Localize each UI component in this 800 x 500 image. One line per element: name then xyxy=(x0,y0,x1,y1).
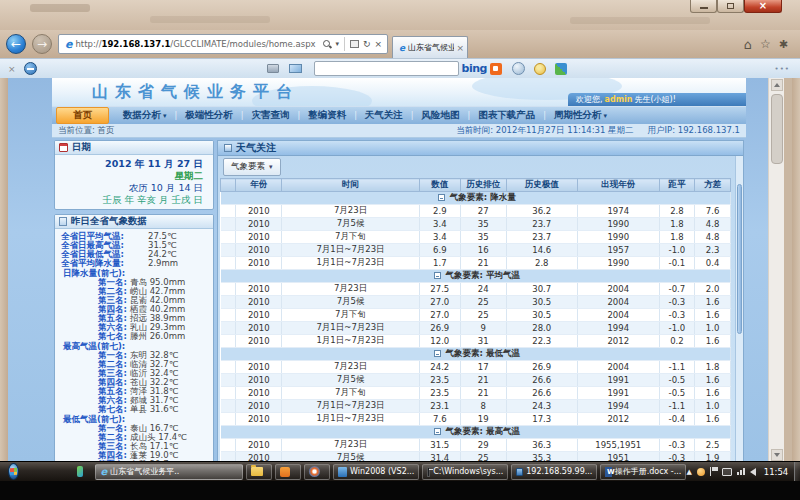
nav-item-2[interactable]: 数据分析▾ xyxy=(115,108,175,123)
snapshot-icon[interactable] xyxy=(512,62,525,75)
bing-logo[interactable]: bing xyxy=(462,62,487,75)
table-group-row[interactable]: 气象要素: 最低气温 xyxy=(221,348,731,361)
browser-scrollbar[interactable] xyxy=(768,78,784,462)
toolbar-close-icon[interactable]: × xyxy=(8,64,16,74)
table-group-label: 气象要素: 降水量 xyxy=(450,192,516,202)
table-row: 20101月1日~7月23日12.03122.320120.21.6 xyxy=(221,335,731,348)
collapse-icon[interactable] xyxy=(434,428,441,435)
table-cell: 1.6 xyxy=(695,335,731,348)
network-icon[interactable] xyxy=(737,468,745,475)
nav-item-5[interactable]: 整编资料 xyxy=(300,108,354,123)
taskbar-window-button[interactable]: C:\Windows\sys... xyxy=(422,464,508,480)
table-group-row[interactable]: 气象要素: 降水量 xyxy=(221,192,731,205)
table-cell: 1.6 xyxy=(695,309,731,322)
table-group-row[interactable]: 气象要素: 最高气温 xyxy=(221,426,731,439)
toolbar-more-icon[interactable]: ••• xyxy=(775,65,790,73)
table-group-row[interactable]: 气象要素: 平均气温 xyxy=(221,270,731,283)
nav-item-3[interactable]: 极端性分析 xyxy=(177,108,241,123)
table-cell: 2.9 xyxy=(419,205,460,218)
taskbar-clock[interactable]: 11:54 xyxy=(764,467,789,477)
row-checkbox-cell xyxy=(221,400,236,413)
plugin-icon[interactable] xyxy=(555,63,567,75)
maximize-button[interactable] xyxy=(717,0,744,13)
search-provider-icon[interactable] xyxy=(490,63,502,75)
nav-item-label: 图表下载产品 xyxy=(478,109,535,122)
collapse-icon[interactable] xyxy=(434,272,441,279)
browser-forward-button[interactable]: → xyxy=(32,34,52,54)
taskbar-window-button[interactable]: e山东省气候业务平.. xyxy=(95,464,243,480)
refresh-icon[interactable]: ↻ xyxy=(363,39,371,49)
settings-gear-icon[interactable]: ✱ xyxy=(779,38,788,51)
table-cell: 2010 xyxy=(236,322,282,335)
nav-item-1[interactable]: 首页 xyxy=(56,107,109,124)
nav-item-9[interactable]: 周期性分析▾ xyxy=(546,108,615,123)
tab-close-icon[interactable]: × xyxy=(456,43,464,53)
site-header: 山东省气候业务平台 欢迎您, admin 先生(小姐)! xyxy=(52,78,746,106)
toolbar-emblem-icon[interactable] xyxy=(24,62,37,75)
start-button[interactable] xyxy=(8,463,19,480)
flag-icon[interactable] xyxy=(710,467,717,476)
message-icon[interactable] xyxy=(697,468,705,476)
minimize-button[interactable] xyxy=(690,0,717,13)
collapse-icon[interactable] xyxy=(434,350,441,357)
hidden-icons-caret[interactable]: ▲ xyxy=(686,468,691,476)
toolbar-search-input[interactable] xyxy=(314,61,459,76)
browser-scrollbar-thumb[interactable] xyxy=(771,94,783,164)
search-icon[interactable] xyxy=(323,40,331,48)
stop-icon[interactable]: × xyxy=(374,39,382,49)
close-button[interactable]: × xyxy=(744,0,782,13)
show-desktop-button[interactable] xyxy=(794,462,800,482)
table-cell: 4.8 xyxy=(695,231,731,244)
table-cell: 1.7 xyxy=(419,257,460,270)
browser-back-button[interactable]: ← xyxy=(6,34,26,54)
table-group-cell: 气象要素: 最高气温 xyxy=(221,426,731,439)
table-cell: 1月1日~7月23日 xyxy=(282,335,420,348)
taskbar-window-button[interactable]: 192.168.59.99... xyxy=(511,464,597,480)
filter-toolbar: 气象要素 ▾ xyxy=(218,156,743,178)
nav-item-label: 整编资料 xyxy=(308,109,346,122)
calendar-body: 2012 年 11 月 27 日星期二农历 10 月 14 日壬辰 年 辛亥 月… xyxy=(55,155,213,209)
nav-item-4[interactable]: 灾害查询 xyxy=(243,108,297,123)
table-cell: 1.6 xyxy=(695,374,731,387)
search-dropdown-caret-icon[interactable]: ▾ xyxy=(335,40,339,48)
display-icon[interactable] xyxy=(722,468,732,476)
taskbar-window-button[interactable] xyxy=(304,464,330,480)
table-cell: 2010 xyxy=(236,361,282,374)
scroll-down-button[interactable] xyxy=(771,449,783,461)
nav-item-8[interactable]: 图表下载产品 xyxy=(470,108,543,123)
compatibility-view-icon[interactable] xyxy=(350,40,359,48)
terminal-icon xyxy=(427,467,430,477)
capture-icon[interactable] xyxy=(267,64,279,73)
taskbar-window-button[interactable] xyxy=(275,464,301,480)
table-cell: 2.0 xyxy=(695,283,731,296)
table-cell: 1991 xyxy=(577,387,659,400)
collapse-icon[interactable] xyxy=(438,194,445,201)
mail-icon[interactable] xyxy=(289,64,302,73)
scroll-up-button[interactable] xyxy=(771,79,783,91)
home-icon[interactable]: ⌂ xyxy=(744,37,752,52)
browser-tab[interactable]: e 山东省气候业务平... × xyxy=(392,36,468,58)
nav-item-7[interactable]: 风险地图 xyxy=(414,108,468,123)
user-ip-label: 用户IP: 192.168.137.1 xyxy=(648,125,740,137)
quick-launch-icon[interactable] xyxy=(77,466,84,477)
nav-item-6[interactable]: 天气关注 xyxy=(357,108,411,123)
taskbar-window-button[interactable]: 操作手册.docx -... xyxy=(600,464,686,480)
panel-scrollbar[interactable] xyxy=(735,156,743,462)
table-cell: 2010 xyxy=(236,309,282,322)
table-cell: 2010 xyxy=(236,218,282,231)
table-cell: 3.4 xyxy=(419,231,460,244)
table-cell: 2004 xyxy=(577,361,659,374)
volume-icon[interactable] xyxy=(750,468,756,476)
address-bar[interactable]: e http://192.168.137.1/GLCCLIMATE/module… xyxy=(58,34,388,54)
weather-watch-title: 天气关注 xyxy=(236,141,276,155)
panel-scrollbar-thumb[interactable] xyxy=(737,184,742,334)
element-filter-button[interactable]: 气象要素 ▾ xyxy=(223,158,281,176)
nav-item-label: 天气关注 xyxy=(365,109,403,122)
taskbar-window-button[interactable] xyxy=(246,464,272,480)
favorites-star-icon[interactable]: ☆ xyxy=(760,37,771,51)
table-cell: 27 xyxy=(460,205,506,218)
table-cell: 30.7 xyxy=(506,283,577,296)
webpage-viewport: 山东省气候业务平台 欢迎您, admin 先生(小姐)! 首页数据分析▾|极端性… xyxy=(8,78,784,462)
taskbar-window-button[interactable]: Win2008 (VS2... xyxy=(333,464,419,480)
assistant-icon[interactable] xyxy=(534,63,546,75)
